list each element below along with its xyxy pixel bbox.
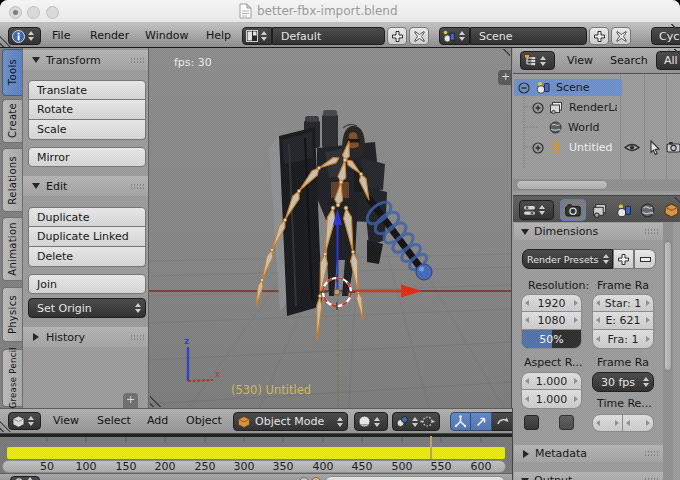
transform-panel-header[interactable]: Transform [23, 50, 148, 70]
add-icon [594, 31, 605, 42]
menu-select[interactable]: Select [97, 414, 131, 427]
outliner-editor-type-button[interactable] [520, 51, 555, 70]
delete-layout-button[interactable] [409, 27, 429, 45]
scene-datablock-button[interactable] [439, 27, 470, 45]
add-layout-button[interactable] [387, 27, 407, 45]
close-window-button[interactable] [9, 6, 22, 19]
translate-button[interactable]: Translate [28, 80, 146, 100]
mirror-button[interactable]: Mirror [28, 147, 146, 167]
panel-grip[interactable] [130, 183, 145, 190]
expand-redo-panel-button[interactable]: + [123, 393, 138, 408]
viewport-3d[interactable]: z x fps: 30 (530) Untitled + [148, 48, 512, 408]
panel-grip[interactable] [130, 334, 145, 341]
timeline[interactable]: 50 100 150 200 250 300 350 400 450 500 5… [0, 434, 513, 480]
add-scene-button[interactable] [589, 27, 609, 45]
translate-manipulator-button[interactable] [471, 412, 492, 431]
gizmo-x-label: x [215, 370, 220, 379]
resolution-x-field[interactable]: 1920 [521, 294, 582, 312]
shelf-tab-animation[interactable]: Animation [2, 217, 22, 281]
properties-editor-type-button[interactable] [519, 200, 554, 220]
screen-layout-field[interactable]: Default [272, 27, 385, 45]
shelf-tab-create[interactable]: Create [2, 99, 22, 143]
delete-button[interactable]: Delete [28, 247, 146, 267]
camera-icon[interactable] [666, 141, 680, 153]
frame-step-field[interactable]: Fra: 1 [592, 330, 654, 349]
frame-rate-dropdown[interactable]: 30 fps [592, 372, 654, 392]
x-manipulator-head[interactable] [401, 285, 422, 298]
aspect-y-field[interactable]: 1.000 [521, 390, 582, 409]
viewport-editor-type-button[interactable] [8, 412, 41, 430]
shelf-tab-grease-pencil[interactable]: Grease Pencil [2, 349, 22, 407]
outliner-row-scene[interactable]: Scene [513, 79, 680, 96]
timeline-editor-type-button[interactable] [10, 476, 40, 480]
screen-layout-button[interactable] [242, 27, 272, 45]
resolution-y-field[interactable]: 1080 [521, 312, 582, 330]
expand-properties-region-button[interactable]: + [498, 70, 512, 85]
render-presets-dropdown[interactable]: Render Presets [522, 249, 613, 269]
current-frame-marker[interactable] [430, 436, 432, 459]
minimize-window-button[interactable] [27, 6, 40, 19]
shelf-tab-relations[interactable]: Relations [2, 148, 22, 212]
aspect-x-field[interactable]: 1.000 [521, 372, 582, 390]
menu-view[interactable]: View [53, 414, 79, 427]
remove-preset-button[interactable] [634, 249, 656, 269]
expand-expander-icon[interactable] [532, 102, 544, 114]
add-preset-button[interactable] [613, 249, 634, 269]
outliner-menu-search[interactable]: Search [610, 54, 648, 67]
menu-add[interactable]: Add [147, 414, 168, 427]
dimensions-panel-header[interactable]: Dimensions [514, 223, 663, 240]
add-icon [392, 31, 403, 42]
scale-button[interactable]: Scale [28, 120, 146, 140]
cursor-arrow-icon[interactable] [649, 140, 661, 155]
pivot-dropdown[interactable] [392, 412, 440, 431]
shelf-tab-physics[interactable]: Physics [2, 287, 22, 342]
expand-expander-icon[interactable] [532, 142, 544, 154]
resolution-scale-slider[interactable]: 50% [521, 330, 582, 349]
manipulator-toggle-button[interactable] [450, 412, 471, 431]
render-presets-stepper [600, 254, 611, 264]
outliner-row-world[interactable]: World [513, 119, 680, 136]
shelf-tab-tools[interactable]: Tools [2, 49, 22, 96]
shading-dropdown[interactable] [354, 412, 388, 431]
duplicate-button[interactable]: Duplicate [28, 207, 146, 227]
rotate-button[interactable]: Rotate [28, 100, 146, 120]
history-panel-header[interactable]: History [23, 327, 148, 347]
properties-tab-world[interactable] [636, 201, 658, 219]
output-panel-header[interactable]: Output [514, 472, 663, 480]
scene-field[interactable]: Scene [470, 27, 587, 45]
maximize-window-button[interactable] [46, 6, 59, 19]
rotate-manipulator-button[interactable] [492, 412, 513, 431]
properties-tab-render-layers[interactable] [588, 201, 610, 219]
mode-dropdown[interactable]: Object Mode [233, 412, 348, 431]
properties-scrollbar-thumb[interactable] [664, 241, 672, 371]
editor-type-button[interactable] [8, 27, 41, 45]
properties-tab-render[interactable] [560, 199, 586, 221]
duplicate-linked-button[interactable]: Duplicate Linked [28, 227, 146, 247]
menu-object[interactable]: Object [186, 414, 222, 427]
border-checkbox[interactable] [524, 415, 539, 430]
set-origin-dropdown[interactable]: Set Origin [28, 298, 146, 318]
outliner-menu-view[interactable]: View [567, 54, 593, 67]
time-remap-new-field[interactable] [623, 414, 654, 432]
panel-grip[interactable] [644, 450, 659, 457]
collapse-expander-icon[interactable] [518, 82, 530, 94]
outliner-scrollbar-thumb[interactable] [516, 180, 608, 190]
join-button[interactable]: Join [28, 274, 146, 294]
time-remap-old-field[interactable] [592, 414, 623, 432]
frame-end-field[interactable]: E: 621 [592, 312, 654, 330]
edit-panel-header[interactable]: Edit [23, 176, 148, 196]
frame-start-field[interactable]: Star: 1 [592, 294, 654, 312]
menu-window[interactable]: Window [145, 29, 188, 42]
delete-scene-button[interactable] [611, 27, 631, 45]
menu-help[interactable]: Help [206, 29, 231, 42]
crop-checkbox[interactable] [559, 415, 574, 430]
panel-grip[interactable] [130, 57, 145, 64]
eye-icon[interactable] [624, 141, 640, 154]
menu-render[interactable]: Render [90, 29, 129, 42]
frame-field[interactable] [325, 476, 505, 480]
menu-file[interactable]: File [52, 29, 70, 42]
properties-tab-scene[interactable] [612, 201, 634, 219]
metadata-panel-header[interactable]: Metadata [514, 445, 663, 462]
outliner-row-renderlayers[interactable]: RenderLayers [513, 99, 680, 116]
panel-grip[interactable] [644, 228, 659, 235]
